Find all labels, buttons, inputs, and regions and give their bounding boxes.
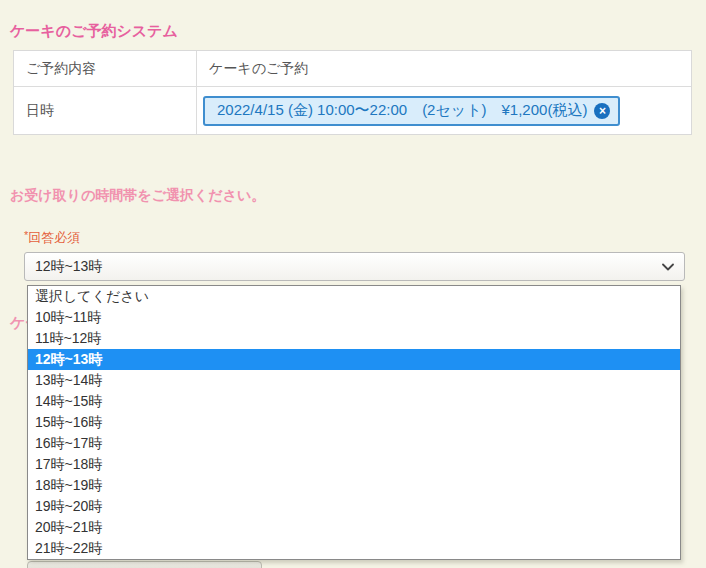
time-option-selected[interactable]: 12時~13時 bbox=[28, 349, 680, 370]
time-option[interactable]: 16時~17時 bbox=[28, 433, 680, 454]
time-option-list[interactable]: 選択してください10時~11時11時~12時12時~13時13時~14時14時~… bbox=[27, 285, 681, 560]
time-option[interactable]: 選択してください bbox=[28, 286, 680, 307]
datetime-label: 日時 bbox=[14, 87, 197, 134]
reservation-content-label: ご予約内容 bbox=[14, 51, 197, 86]
circle-x-icon[interactable]: × bbox=[594, 103, 610, 119]
time-option[interactable]: 11時~12時 bbox=[28, 328, 680, 349]
required-label: *回答必須 bbox=[24, 229, 80, 247]
chevron-down-icon bbox=[662, 263, 674, 271]
datetime-value-cell: 2022/4/15 (金) 10:00〜22:00 (2セット) ¥1,200(… bbox=[197, 87, 691, 134]
time-option[interactable]: 17時~18時 bbox=[28, 454, 680, 475]
time-option[interactable]: 21時~22時 bbox=[28, 538, 680, 559]
reservation-table: ご予約内容 ケーキのご予約 日時 2022/4/15 (金) 10:00〜22:… bbox=[13, 50, 692, 135]
time-option[interactable]: 10時~11時 bbox=[28, 307, 680, 328]
table-row-reservation-content: ご予約内容 ケーキのご予約 bbox=[14, 51, 691, 86]
time-option[interactable]: 18時~19時 bbox=[28, 475, 680, 496]
page-title: ケーキのご予約システム bbox=[10, 22, 178, 41]
required-text: 回答必須 bbox=[28, 230, 80, 245]
time-option[interactable]: 15時~16時 bbox=[28, 412, 680, 433]
cake-reservation-page: ケーキのご予約システム ご予約内容 ケーキのご予約 日時 2022/4/15 (… bbox=[0, 0, 706, 568]
reservation-content-value: ケーキのご予約 bbox=[197, 51, 691, 86]
time-option[interactable]: 20時~21時 bbox=[28, 517, 680, 538]
time-option[interactable]: 19時~20時 bbox=[28, 496, 680, 517]
time-option[interactable]: 14時~15時 bbox=[28, 391, 680, 412]
pickup-time-heading: お受け取りの時間帯をご選択ください。 bbox=[10, 187, 265, 205]
time-select[interactable]: 12時~13時 bbox=[24, 252, 685, 281]
obscured-element-partial bbox=[27, 561, 262, 568]
datetime-tag[interactable]: 2022/4/15 (金) 10:00〜22:00 (2セット) ¥1,200(… bbox=[203, 96, 620, 126]
time-option[interactable]: 13時~14時 bbox=[28, 370, 680, 391]
datetime-tag-text: 2022/4/15 (金) 10:00〜22:00 (2セット) ¥1,200(… bbox=[217, 101, 587, 120]
table-row-datetime: 日時 2022/4/15 (金) 10:00〜22:00 (2セット) ¥1,2… bbox=[14, 86, 691, 134]
time-select-value: 12時~13時 bbox=[35, 258, 662, 276]
